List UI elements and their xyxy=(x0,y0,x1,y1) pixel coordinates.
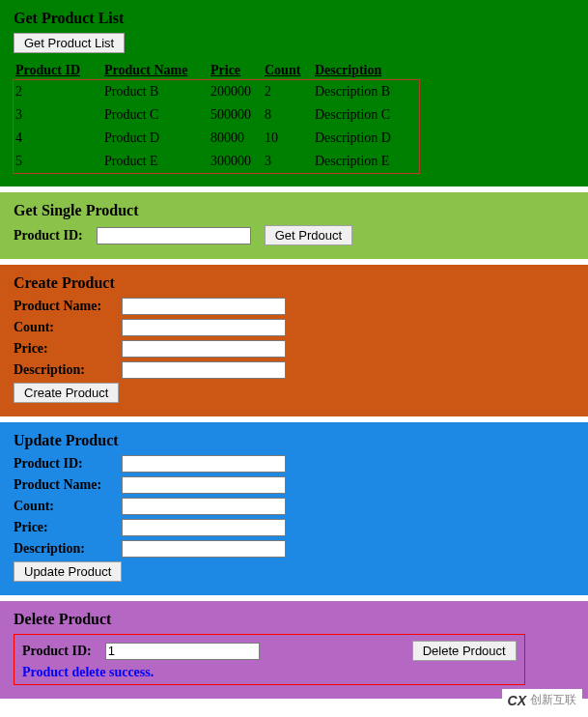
cell-count: 3 xyxy=(263,150,313,173)
cell-price: 500000 xyxy=(209,103,263,127)
cell-desc: Description D xyxy=(313,127,419,150)
single-id-label: Product ID: xyxy=(14,228,83,244)
update-title: Update Product xyxy=(14,432,574,449)
delete-product-button[interactable]: Delete Prdouct xyxy=(412,641,517,661)
col-price: Price xyxy=(209,61,263,80)
get-single-product-panel: Get Single Product Product ID: Get Prdou… xyxy=(0,192,588,259)
cell-count: 2 xyxy=(263,80,313,103)
update-count-input[interactable] xyxy=(122,498,286,515)
table-row: 2Product B2000002Description B xyxy=(14,80,419,103)
col-description: Description xyxy=(313,61,419,80)
cell-desc: Description E xyxy=(313,150,419,173)
create-desc-label: Description: xyxy=(14,362,122,378)
product-table: Product ID Product Name Price Count Desc… xyxy=(14,61,419,173)
cell-id: 4 xyxy=(14,127,102,150)
create-name-label: Product Name: xyxy=(14,299,122,314)
watermark-logo: CX xyxy=(508,693,526,705)
cell-name: Product B xyxy=(102,80,209,103)
cell-price: 200000 xyxy=(209,80,263,103)
cell-count: 8 xyxy=(263,103,313,127)
table-header-row: Product ID Product Name Price Count Desc… xyxy=(14,61,419,80)
update-product-button[interactable]: Update Product xyxy=(14,561,122,582)
cell-name: Product D xyxy=(102,127,209,150)
update-desc-input[interactable] xyxy=(122,540,286,558)
cell-price: 300000 xyxy=(209,150,263,173)
delete-id-label: Product ID: xyxy=(22,644,92,659)
single-id-input[interactable] xyxy=(97,227,251,244)
cell-id: 5 xyxy=(14,150,102,173)
cell-desc: Description B xyxy=(313,80,419,103)
update-price-label: Price: xyxy=(14,520,122,535)
get-single-product-button[interactable]: Get Prdouct xyxy=(265,225,352,245)
create-title: Create Product xyxy=(14,274,574,292)
cell-name: Product E xyxy=(102,150,209,173)
cell-name: Product C xyxy=(102,103,209,127)
create-product-button[interactable]: Create Product xyxy=(14,383,119,403)
col-count: Count xyxy=(263,61,313,80)
update-id-input[interactable] xyxy=(122,455,286,473)
col-product-id: Product ID xyxy=(14,61,102,80)
get-single-title: Get Single Product xyxy=(14,202,574,219)
create-count-label: Count: xyxy=(14,320,122,335)
table-row: 5Product E3000003Description E xyxy=(14,150,419,173)
delete-status-message: Product delete success. xyxy=(22,665,517,680)
cell-id: 2 xyxy=(14,80,102,103)
cell-count: 10 xyxy=(263,127,313,150)
cell-desc: Description C xyxy=(313,103,419,127)
get-list-title: Get Product List xyxy=(14,10,574,27)
table-row: 3Product C5000008Description C xyxy=(14,103,419,127)
cell-price: 80000 xyxy=(209,127,263,150)
col-product-name: Product Name xyxy=(102,61,209,80)
create-price-input[interactable] xyxy=(122,340,286,358)
update-name-input[interactable] xyxy=(122,476,286,494)
create-name-input[interactable] xyxy=(122,298,286,315)
update-id-label: Product ID: xyxy=(14,456,122,472)
delete-title: Delete Product xyxy=(14,611,574,628)
update-count-label: Count: xyxy=(14,499,122,514)
delete-product-panel: Delete Product Product ID: Delete Prdouc… xyxy=(0,601,588,699)
create-price-label: Price: xyxy=(14,341,122,357)
watermark-text: 创新互联 xyxy=(530,692,576,704)
update-price-input[interactable] xyxy=(122,519,286,536)
watermark: CX 创新互联 xyxy=(502,689,582,704)
delete-id-input[interactable] xyxy=(105,643,260,660)
create-count-input[interactable] xyxy=(122,319,286,336)
update-desc-label: Description: xyxy=(14,541,122,557)
table-row: 4Product D8000010Description D xyxy=(14,127,419,150)
create-product-panel: Create Product Product Name: Count: Pric… xyxy=(0,265,588,416)
get-product-list-button[interactable]: Get Product List xyxy=(14,33,125,53)
update-name-label: Product Name: xyxy=(14,477,122,493)
get-product-list-panel: Get Product List Get Product List Produc… xyxy=(0,0,588,186)
update-product-panel: Update Product Product ID: Product Name:… xyxy=(0,422,588,595)
cell-id: 3 xyxy=(14,103,102,127)
create-desc-input[interactable] xyxy=(122,361,286,379)
delete-highlight-box: Product ID: Delete Prdouct Product delet… xyxy=(14,634,525,685)
